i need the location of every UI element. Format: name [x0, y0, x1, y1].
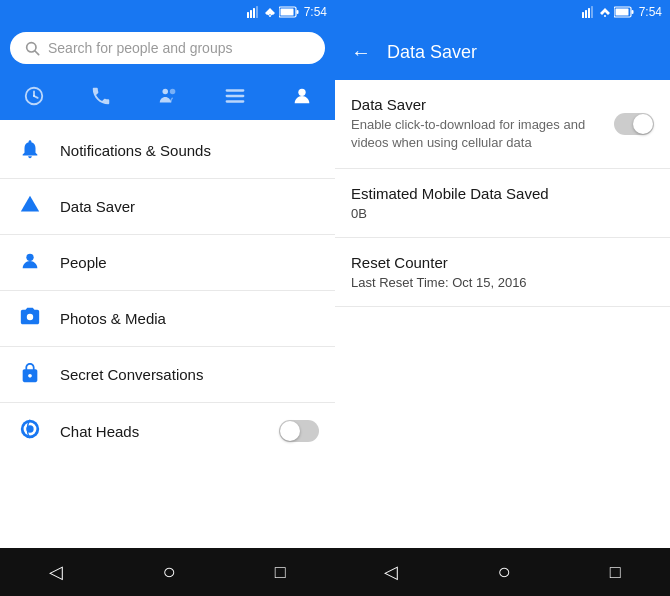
- search-icon: [24, 40, 40, 56]
- tab-calls[interactable]: [67, 72, 134, 120]
- estimated-title: Estimated Mobile Data Saved: [351, 185, 654, 202]
- settings-item-notifications[interactable]: Notifications & Sounds: [0, 123, 335, 179]
- people-icon-container: [16, 250, 44, 276]
- detail-item-datasaver: Data Saver Enable click-to-download for …: [335, 80, 670, 169]
- reset-title: Reset Counter: [351, 254, 654, 271]
- status-bar-left: 7:54: [0, 0, 335, 24]
- svg-marker-30: [600, 8, 610, 15]
- detail-item-estimated: Estimated Mobile Data Saved 0B: [335, 169, 670, 238]
- settings-item-chatheads[interactable]: Chat Heads: [0, 403, 335, 459]
- settings-item-datasaver[interactable]: Data Saver: [0, 179, 335, 235]
- wifi-icon-right: [599, 6, 611, 18]
- status-icons-left: 7:54: [247, 5, 327, 19]
- status-bar-right: 7:54: [335, 0, 670, 24]
- svg-rect-0: [247, 12, 249, 18]
- datasaver-label: Data Saver: [60, 198, 319, 215]
- svg-rect-26: [582, 12, 584, 18]
- phone-icon: [90, 85, 112, 107]
- bell-icon-container: [16, 138, 44, 164]
- svg-rect-29: [591, 6, 593, 18]
- people-icon: [19, 250, 41, 272]
- signal-icon: [247, 6, 261, 18]
- search-container[interactable]: Search for people and groups: [10, 32, 325, 64]
- bottom-nav-left: ◁ ○ □: [0, 548, 335, 596]
- photos-label: Photos & Media: [60, 310, 319, 327]
- list-icon: [224, 85, 246, 107]
- svg-rect-1: [250, 10, 252, 18]
- camera-icon: [19, 306, 41, 328]
- detail-item-reset: Reset Counter Last Reset Time: Oct 15, 2…: [335, 238, 670, 307]
- profile-icon: [291, 85, 313, 107]
- search-bar: Search for people and groups: [0, 24, 335, 72]
- svg-point-6: [269, 15, 271, 17]
- camera-icon-container: [16, 306, 44, 332]
- svg-point-15: [162, 89, 168, 95]
- back-button-right[interactable]: ◁: [384, 561, 398, 583]
- svg-line-11: [35, 51, 39, 55]
- settings-item-people[interactable]: People: [0, 235, 335, 291]
- datasaver-toggle-right[interactable]: [614, 113, 654, 135]
- svg-point-22: [26, 253, 33, 260]
- home-button-right[interactable]: ○: [497, 559, 510, 585]
- chatheads-icon: [19, 418, 41, 440]
- settings-list: Notifications & Sounds Data Saver People: [0, 123, 335, 548]
- back-button-left[interactable]: ◁: [49, 561, 63, 583]
- datasaver-text: Data Saver Enable click-to-download for …: [351, 96, 614, 152]
- svg-rect-3: [256, 6, 258, 18]
- reset-value: Last Reset Time: Oct 15, 2016: [351, 275, 654, 290]
- svg-point-16: [169, 89, 175, 95]
- tab-contacts[interactable]: [134, 72, 201, 120]
- notifications-label: Notifications & Sounds: [60, 142, 319, 159]
- right-header: ← Data Saver: [335, 24, 670, 80]
- datasaver-icon-container: [16, 194, 44, 220]
- lock-icon-container: [16, 362, 44, 388]
- time-left: 7:54: [304, 5, 327, 19]
- svg-rect-8: [296, 10, 298, 14]
- wifi-icon: [264, 6, 276, 18]
- status-icons-right: 7:54: [582, 5, 662, 19]
- tab-groups[interactable]: [201, 72, 268, 120]
- people-label: People: [60, 254, 319, 271]
- svg-rect-33: [631, 10, 633, 14]
- settings-item-photos[interactable]: Photos & Media: [0, 291, 335, 347]
- svg-rect-28: [588, 8, 590, 18]
- right-panel-title: Data Saver: [387, 42, 477, 63]
- home-button-left[interactable]: ○: [162, 559, 175, 585]
- battery-icon: [279, 6, 299, 18]
- svg-point-31: [604, 15, 606, 17]
- recent-button-left[interactable]: □: [275, 562, 286, 583]
- svg-marker-21: [21, 195, 39, 211]
- datasaver-item-subtitle: Enable click-to-download for images and …: [351, 116, 614, 152]
- chatheads-toggle[interactable]: [279, 420, 319, 442]
- settings-item-secret[interactable]: Secret Conversations: [0, 347, 335, 403]
- nav-tabs: [0, 72, 335, 123]
- lock-icon: [19, 362, 41, 384]
- chatheads-toggle-knob: [280, 421, 300, 441]
- back-arrow-button[interactable]: ←: [351, 41, 371, 64]
- time-right: 7:54: [639, 5, 662, 19]
- datasaver-icon: [19, 194, 41, 216]
- svg-rect-2: [253, 8, 255, 18]
- svg-rect-34: [615, 9, 628, 16]
- recent-button-right[interactable]: □: [610, 562, 621, 583]
- search-placeholder: Search for people and groups: [48, 40, 232, 56]
- svg-line-14: [34, 96, 38, 98]
- estimated-value: 0B: [351, 206, 654, 221]
- chatheads-label: Chat Heads: [60, 423, 263, 440]
- datasaver-toggle-knob-right: [633, 114, 653, 134]
- right-panel: 7:54 ← Data Saver Data Saver Enable clic…: [335, 0, 670, 596]
- right-content: Data Saver Enable click-to-download for …: [335, 80, 670, 548]
- clock-icon: [23, 85, 45, 107]
- left-panel: 7:54 Search for people and groups: [0, 0, 335, 596]
- battery-icon-right: [614, 6, 634, 18]
- svg-point-20: [298, 89, 305, 96]
- datasaver-item-title: Data Saver: [351, 96, 614, 113]
- chatheads-icon-container: [16, 418, 44, 444]
- bottom-nav-right: ◁ ○ □: [335, 548, 670, 596]
- svg-rect-27: [585, 10, 587, 18]
- secret-label: Secret Conversations: [60, 366, 319, 383]
- signal-icon-right: [582, 6, 596, 18]
- bell-icon: [19, 138, 41, 160]
- tab-recent[interactable]: [0, 72, 67, 120]
- tab-profile[interactable]: [268, 72, 335, 120]
